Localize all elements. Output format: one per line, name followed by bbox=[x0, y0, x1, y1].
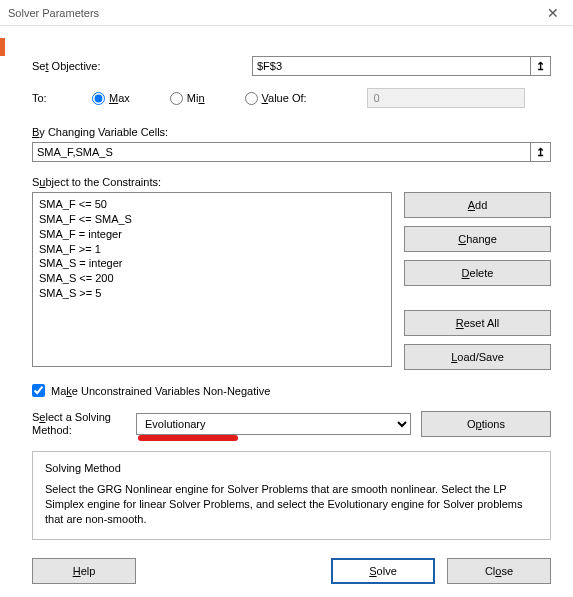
radio-max[interactable]: Max bbox=[92, 92, 130, 105]
dialog-content: Set Objective: ↥ To: Max Min Value Of: B… bbox=[0, 26, 573, 597]
solving-method-info: Solving Method Select the GRG Nonlinear … bbox=[32, 451, 551, 540]
valueof-input bbox=[367, 88, 525, 108]
close-button[interactable]: Close bbox=[447, 558, 551, 584]
add-button[interactable]: Add bbox=[404, 192, 551, 218]
window-title: Solver Parameters bbox=[8, 7, 99, 19]
changing-cells-label: By Changing Variable Cells: bbox=[32, 126, 551, 138]
titlebar: Solver Parameters ✕ bbox=[0, 0, 573, 26]
info-body: Select the GRG Nonlinear engine for Solv… bbox=[45, 482, 538, 527]
set-objective-label: Set Objective: bbox=[32, 60, 252, 72]
load-save-button[interactable]: Load/Save bbox=[404, 344, 551, 370]
decorative-sliver bbox=[0, 38, 5, 56]
solving-method-select[interactable]: Evolutionary bbox=[136, 413, 411, 435]
to-label: To: bbox=[32, 92, 74, 104]
annotation-red-underline bbox=[138, 435, 238, 441]
constraints-label: Subject to the Constraints: bbox=[32, 176, 551, 188]
changing-cells-input[interactable] bbox=[32, 142, 531, 162]
change-button[interactable]: Change bbox=[404, 226, 551, 252]
reset-all-button[interactable]: Reset All bbox=[404, 310, 551, 336]
cells-range-picker-icon[interactable]: ↥ bbox=[531, 142, 551, 162]
options-button[interactable]: Options bbox=[421, 411, 551, 437]
nonnegative-checkbox[interactable]: Make Unconstrained Variables Non-Negativ… bbox=[32, 384, 551, 397]
delete-button[interactable]: Delete bbox=[404, 260, 551, 286]
objective-input[interactable] bbox=[252, 56, 531, 76]
info-title: Solving Method bbox=[45, 462, 538, 474]
radio-min[interactable]: Min bbox=[170, 92, 205, 105]
close-icon[interactable]: ✕ bbox=[541, 5, 565, 21]
help-button[interactable]: Help bbox=[32, 558, 136, 584]
radio-valueof[interactable]: Value Of: bbox=[245, 92, 307, 105]
objective-range-picker-icon[interactable]: ↥ bbox=[531, 56, 551, 76]
solving-method-label: Select a Solving Method: bbox=[32, 411, 126, 437]
constraints-listbox[interactable]: SMA_F <= 50 SMA_F <= SMA_S SMA_F = integ… bbox=[32, 192, 392, 367]
solve-button[interactable]: Solve bbox=[331, 558, 435, 584]
